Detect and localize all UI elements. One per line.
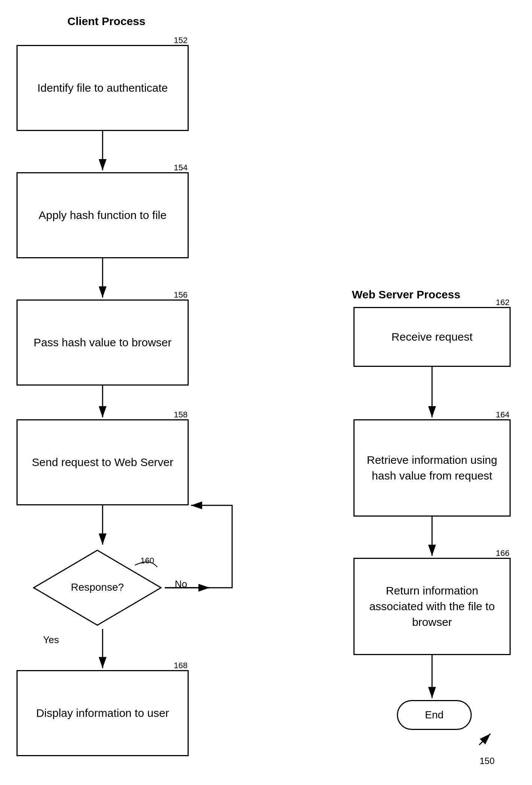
ref-166: 166 — [496, 548, 510, 559]
no-label: No — [175, 578, 187, 590]
ref-156: 156 — [174, 289, 188, 301]
box-164-inner: 164 Retrieve information using hash valu… — [353, 419, 511, 517]
box-164: 164 Retrieve information using hash valu… — [353, 419, 511, 517]
ref-164: 164 — [496, 409, 510, 421]
box-154-inner: 154 Apply hash function to file — [16, 172, 189, 258]
box-152: 152 Identify file to authenticate — [16, 45, 189, 131]
box-158: 158 Send request to Web Server — [16, 419, 189, 505]
box-166-text: Return information associated with the f… — [362, 583, 502, 630]
ref-154: 154 — [174, 162, 188, 174]
box-162-inner: 162 Receive request — [353, 307, 511, 367]
box-164-text: Retrieve information using hash value fr… — [362, 452, 502, 484]
box-156-text: Pass hash value to browser — [34, 335, 172, 350]
box-166-inner: 166 Return information associated with t… — [353, 558, 511, 655]
box-152-text: Identify file to authenticate — [37, 80, 168, 96]
box-156: 156 Pass hash value to browser — [16, 299, 189, 386]
end-text: End — [425, 709, 444, 721]
box-162-text: Receive request — [392, 329, 473, 345]
end-oval-inner: End — [397, 700, 472, 730]
box-168-inner: 168 Display information to user — [16, 670, 189, 756]
box-168-text: Display information to user — [36, 705, 169, 721]
ref-152: 152 — [174, 35, 188, 46]
client-process-title: Client Process — [67, 15, 145, 28]
box-152-inner: 152 Identify file to authenticate — [16, 45, 189, 131]
ref-158: 158 — [174, 409, 188, 421]
server-process-title: Web Server Process — [352, 288, 460, 301]
diamond-160: Response? 160 No Yes — [30, 547, 165, 629]
box-168: 168 Display information to user — [16, 670, 189, 756]
box-158-inner: 158 Send request to Web Server — [16, 419, 189, 505]
box-154-text: Apply hash function to file — [39, 207, 167, 223]
box-166: 166 Return information associated with t… — [353, 558, 511, 655]
ref-150: 150 — [480, 756, 495, 766]
svg-text:Response?: Response? — [71, 581, 124, 593]
svg-text:160: 160 — [140, 556, 154, 565]
box-154: 154 Apply hash function to file — [16, 172, 189, 258]
box-156-inner: 156 Pass hash value to browser — [16, 299, 189, 386]
diamond-svg: Response? 160 — [30, 547, 165, 629]
ref-168: 168 — [174, 660, 188, 672]
box-158-text: Send request to Web Server — [32, 454, 173, 470]
yes-label: Yes — [43, 634, 59, 646]
box-162: 162 Receive request — [353, 307, 511, 367]
ref-162: 162 — [496, 297, 510, 308]
end-oval: End — [397, 700, 472, 730]
page-wrapper: Client Process Web Server Process 152 Id… — [0, 0, 532, 785]
